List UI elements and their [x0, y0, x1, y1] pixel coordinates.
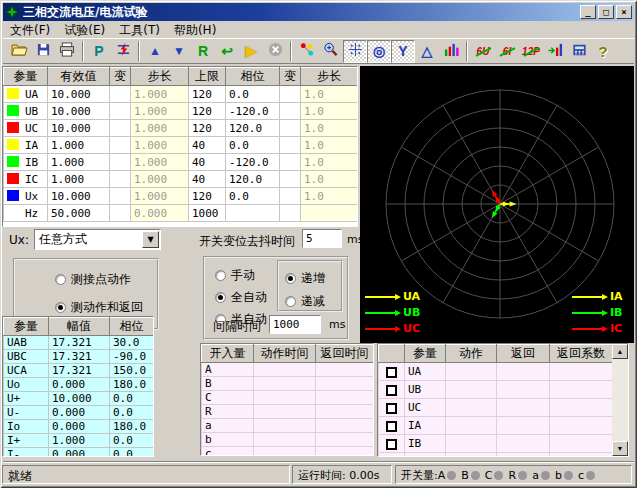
row-checkbox[interactable]	[386, 403, 397, 414]
param-name-cell[interactable]: UB	[4, 103, 48, 120]
rms-cell[interactable]: 1.000	[48, 137, 110, 154]
close-button[interactable]: ×	[616, 5, 632, 19]
phase-cell[interactable]: 0.0	[226, 188, 280, 205]
vary-cell[interactable]	[110, 103, 131, 120]
vary-cell[interactable]	[280, 103, 301, 120]
param-name-cell[interactable]: UA	[4, 86, 48, 103]
six-u-button[interactable]: 6U	[471, 40, 495, 63]
phase-cell[interactable]: 120.0	[226, 171, 280, 188]
rms-cell[interactable]: 1.000	[48, 154, 110, 171]
step-cell[interactable]: 1.000	[131, 137, 189, 154]
run-mode-radio[interactable]: 手动	[215, 267, 267, 284]
limit-cell[interactable]: 120	[189, 120, 226, 137]
vary-cell[interactable]	[280, 205, 301, 222]
interval-input[interactable]	[269, 315, 321, 334]
bar-graph-button[interactable]	[439, 40, 463, 63]
rms-cell[interactable]: 10.000	[48, 120, 110, 137]
twelve-p-button[interactable]: 12P	[519, 40, 543, 63]
debounce-input[interactable]	[302, 229, 342, 248]
vary-cell[interactable]	[110, 154, 131, 171]
row-checkbox[interactable]	[386, 439, 397, 450]
undo-button[interactable]: ↩	[215, 40, 239, 63]
param-name-cell[interactable]: Ux	[4, 188, 48, 205]
wye-connection-button[interactable]: Y	[391, 40, 415, 63]
menu-item[interactable]: 试验(E)	[57, 21, 112, 40]
step-cell[interactable]: 1.000	[131, 188, 189, 205]
print-button[interactable]	[55, 40, 79, 63]
row-checkbox[interactable]	[386, 421, 397, 432]
contact-mode-radio[interactable]: 测动作和返回	[55, 299, 177, 316]
rms-cell[interactable]: 1.000	[48, 171, 110, 188]
power-button[interactable]	[111, 40, 135, 63]
phase-cell[interactable]: -120.0	[226, 154, 280, 171]
open-button[interactable]	[7, 40, 31, 63]
p-marker-button[interactable]: P	[87, 40, 111, 63]
rms-cell[interactable]: 10.000	[48, 86, 110, 103]
limit-cell[interactable]: 1000	[189, 205, 226, 222]
six-i-button[interactable]: 6I	[495, 40, 519, 63]
row-checkbox[interactable]	[386, 457, 397, 458]
stop-button[interactable]	[263, 40, 287, 63]
menu-item[interactable]: 文件(F)	[3, 21, 57, 40]
direction-radio[interactable]: 递增	[285, 270, 325, 287]
phase-cell[interactable]	[226, 205, 280, 222]
minimize-button[interactable]: _	[580, 5, 596, 19]
start-button[interactable]: ▶	[239, 40, 263, 63]
save-button[interactable]	[31, 40, 55, 63]
step-cell[interactable]: 1.000	[131, 120, 189, 137]
param-name-cell[interactable]: IA	[4, 137, 48, 154]
rms-cell[interactable]: 10.000	[48, 188, 110, 205]
step-cell[interactable]: 1.0	[301, 171, 358, 188]
param-name-cell[interactable]: IB	[4, 154, 48, 171]
limit-cell[interactable]: 40	[189, 171, 226, 188]
step-cell[interactable]	[301, 205, 358, 222]
vary-cell[interactable]	[110, 171, 131, 188]
delta-connection-button[interactable]: △	[415, 40, 439, 63]
vary-cell[interactable]	[110, 205, 131, 222]
vary-cell[interactable]	[110, 86, 131, 103]
step-cell[interactable]: 0.000	[131, 205, 189, 222]
phase-cell[interactable]: 120.0	[226, 120, 280, 137]
step-cell[interactable]: 1.000	[131, 171, 189, 188]
help-button[interactable]: ?	[591, 40, 615, 63]
step-cell[interactable]: 1.000	[131, 103, 189, 120]
param-name-cell[interactable]: IC	[4, 171, 48, 188]
output-state-button[interactable]	[543, 40, 567, 63]
crosshair-view-button[interactable]	[343, 40, 367, 63]
vary-cell[interactable]	[110, 188, 131, 205]
vary-cell[interactable]	[280, 171, 301, 188]
calculator-button[interactable]	[567, 40, 591, 63]
step-cell[interactable]: 1.000	[131, 154, 189, 171]
menu-item[interactable]: 工具(T)	[112, 21, 167, 40]
scroll-up-icon[interactable]: ▲	[612, 344, 628, 359]
limit-cell[interactable]: 40	[189, 154, 226, 171]
reset-button[interactable]: R	[191, 40, 215, 63]
vary-cell[interactable]	[280, 154, 301, 171]
vary-cell[interactable]	[280, 86, 301, 103]
vary-cell[interactable]	[280, 188, 301, 205]
rms-cell[interactable]: 50.000	[48, 205, 110, 222]
contact-mode-radio[interactable]: 测接点动作	[55, 271, 177, 288]
ux-mode-select[interactable]: 任意方式 ▼	[34, 229, 161, 250]
rms-cell[interactable]: 10.000	[48, 103, 110, 120]
param-name-cell[interactable]: UC	[4, 120, 48, 137]
limit-cell[interactable]: 120	[189, 86, 226, 103]
step-down-button[interactable]: ▼	[167, 40, 191, 63]
menu-item[interactable]: 帮助(H)	[167, 21, 223, 40]
vary-cell[interactable]	[110, 137, 131, 154]
limit-cell[interactable]: 40	[189, 137, 226, 154]
scroll-down-icon[interactable]: ▼	[612, 441, 628, 456]
vary-cell[interactable]	[280, 137, 301, 154]
param-name-cell[interactable]: Hz	[4, 205, 48, 222]
zoom-button[interactable]	[319, 40, 343, 63]
step-cell[interactable]: 1.0	[301, 154, 358, 171]
row-checkbox[interactable]	[386, 367, 397, 378]
vertical-scrollbar[interactable]: ▲ ▼	[612, 344, 628, 456]
vector-graph-button[interactable]	[295, 40, 319, 63]
phase-cell[interactable]: 0.0	[226, 137, 280, 154]
maximize-button[interactable]: □	[598, 5, 614, 19]
limit-cell[interactable]: 120	[189, 103, 226, 120]
title-bar[interactable]: 三相交流电压/电流试验 _ □ ×	[3, 3, 634, 21]
chevron-down-icon[interactable]: ▼	[142, 231, 159, 248]
vary-cell[interactable]	[280, 120, 301, 137]
